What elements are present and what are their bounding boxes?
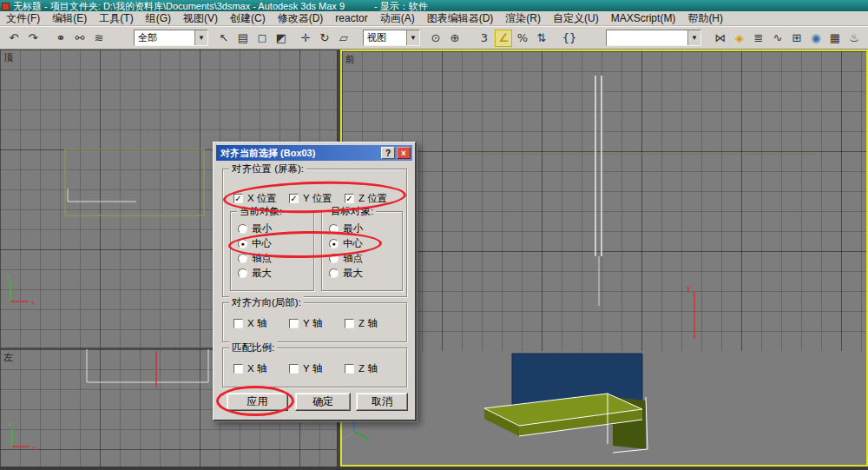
selected-edge[interactable] xyxy=(87,349,208,382)
checkbox-box[interactable] xyxy=(233,319,243,328)
checkbox-box[interactable] xyxy=(345,319,354,328)
radio-circle[interactable] xyxy=(329,224,339,234)
quick-render-icon[interactable]: ♨ xyxy=(845,30,863,47)
menu-item-graph-editors[interactable]: 图表编辑器(D) xyxy=(421,11,500,26)
select-object-icon[interactable]: ↖ xyxy=(215,30,233,47)
checkbox-box[interactable] xyxy=(233,364,243,374)
select-by-name-icon[interactable]: ▤ xyxy=(234,30,252,47)
angle-snap-icon[interactable]: ∠ xyxy=(495,30,512,47)
rect-selection-icon[interactable]: ◻ xyxy=(253,30,271,47)
menu-item-maxscript[interactable]: MAXScript(M) xyxy=(605,12,682,24)
select-link-icon[interactable]: ⚭ xyxy=(52,30,69,47)
checkbox-box[interactable]: ✓ xyxy=(345,194,354,203)
orientation-y-axis-checkbox[interactable]: Y 轴 xyxy=(289,317,322,330)
z-position-checkbox[interactable]: ✓ Z 位置 xyxy=(345,192,387,205)
target-center-radio[interactable]: ● 中心 xyxy=(329,237,363,250)
spinner-snap-icon[interactable]: ⇅ xyxy=(533,30,550,47)
chevron-down-icon[interactable]: ▼ xyxy=(194,30,207,45)
dialog-help-button[interactable]: ? xyxy=(381,147,395,159)
target-pivot-radio[interactable]: 轴点 xyxy=(329,252,363,265)
orientation-z-axis-checkbox[interactable]: Z 轴 xyxy=(345,317,378,330)
align-icon[interactable]: ◈ xyxy=(731,30,748,47)
schematic-view-icon[interactable]: ⊞ xyxy=(788,30,806,47)
layer-manager-icon[interactable]: ≣ xyxy=(750,30,767,47)
current-pivot-radio[interactable]: 轴点 xyxy=(238,252,272,265)
target-maximum-radio[interactable]: 最大 xyxy=(329,267,363,280)
redo-icon[interactable]: ↷ xyxy=(24,30,42,47)
radio-circle[interactable] xyxy=(329,268,339,278)
select-manipulate-icon[interactable]: ⊕ xyxy=(446,30,464,47)
scale-y-axis-checkbox[interactable]: Y 轴 xyxy=(289,362,322,375)
selected-edge[interactable] xyxy=(68,189,136,202)
current-center-radio[interactable]: ● 中心 xyxy=(238,237,272,250)
menu-item-file[interactable]: 文件(F) xyxy=(0,11,46,26)
dialog-titlebar[interactable]: 对齐当前选择 (Box03) ? × xyxy=(216,145,412,161)
scene-model[interactable] xyxy=(484,354,646,449)
current-object-group-label: 当前对象: xyxy=(237,205,285,218)
render-setup-icon[interactable]: ▦ xyxy=(826,30,844,47)
radio-circle[interactable]: ● xyxy=(238,239,247,248)
radio-circle[interactable]: ● xyxy=(329,239,339,248)
checkbox-box[interactable] xyxy=(289,364,299,374)
scale-x-axis-checkbox[interactable]: X 轴 xyxy=(233,362,266,375)
edit-named-sets-icon[interactable]: {} xyxy=(561,30,578,47)
viewport-front[interactable]: 前 Y xyxy=(340,50,868,467)
y-position-checkbox[interactable]: ✓ Y 位置 xyxy=(289,192,332,205)
menu-item-edit[interactable]: 编辑(E) xyxy=(46,11,93,26)
radio-label: 中心 xyxy=(252,237,272,250)
curve-editor-icon[interactable]: ∿ xyxy=(769,30,786,47)
unlink-selection-icon[interactable]: ⚯ xyxy=(71,30,89,47)
dialog-close-button[interactable]: × xyxy=(397,147,411,159)
apply-button[interactable]: 应用 xyxy=(227,393,288,411)
window-crossing-icon[interactable]: ◩ xyxy=(273,30,290,47)
current-minimum-radio[interactable]: 最小 xyxy=(238,222,272,235)
display-driver-label: - 显示：软件 xyxy=(374,1,428,11)
chevron-down-icon[interactable]: ▼ xyxy=(406,30,419,45)
menu-item-views[interactable]: 视图(V) xyxy=(177,11,224,26)
material-editor-icon[interactable]: ◉ xyxy=(807,30,825,47)
radio-circle[interactable] xyxy=(238,224,247,234)
checkbox-box[interactable] xyxy=(289,319,299,328)
box-outline[interactable] xyxy=(65,149,204,215)
radio-label: 最小 xyxy=(343,222,363,235)
coord-system-dropdown[interactable]: 视图 ▼ xyxy=(363,30,420,46)
current-maximum-radio[interactable]: 最大 xyxy=(238,267,272,280)
scale-icon[interactable]: ▱ xyxy=(335,30,352,47)
menu-item-customize[interactable]: 自定义(U) xyxy=(547,11,605,26)
checkbox-box[interactable]: ✓ xyxy=(289,194,299,203)
checkbox-box[interactable]: ✓ xyxy=(233,194,243,203)
menu-item-modifiers[interactable]: 修改器(D) xyxy=(272,11,330,26)
named-sets-dropdown[interactable]: ▼ xyxy=(606,30,701,46)
viewport-front-label: 前 xyxy=(345,53,355,66)
move-icon[interactable]: ✛ xyxy=(297,30,314,47)
radio-circle[interactable] xyxy=(238,268,247,278)
checkbox-box[interactable] xyxy=(345,364,354,374)
selection-filter-dropdown[interactable]: 全部 ▼ xyxy=(134,30,208,46)
bind-spacewarp-icon[interactable]: ≋ xyxy=(90,30,108,47)
dialog-title: 对齐当前选择 (Box03) xyxy=(220,147,315,160)
target-minimum-radio[interactable]: 最小 xyxy=(329,222,363,235)
scale-z-axis-checkbox[interactable]: Z 轴 xyxy=(345,362,378,375)
radio-circle[interactable] xyxy=(329,254,339,263)
percent-snap-icon[interactable]: % xyxy=(514,30,531,47)
window-titlebar[interactable]: 无标题 - 项目文件夹: D:\我的资料库\Documents\3dsmax -… xyxy=(0,0,868,11)
menu-item-tools[interactable]: 工具(T) xyxy=(93,11,139,26)
orientation-x-axis-checkbox[interactable]: X 轴 xyxy=(233,317,266,330)
mirror-icon[interactable]: ⋈ xyxy=(712,30,729,47)
snap-3d-icon[interactable]: 3 xyxy=(476,30,493,47)
menu-item-rendering[interactable]: 渲染(R) xyxy=(499,11,547,26)
radio-circle[interactable] xyxy=(238,254,247,263)
menu-item-group[interactable]: 组(G) xyxy=(140,11,177,26)
x-position-checkbox[interactable]: ✓ X 位置 xyxy=(233,192,277,205)
cancel-button[interactable]: 取消 xyxy=(356,393,408,411)
menu-item-reactor[interactable]: reactor xyxy=(329,12,373,24)
chevron-down-icon[interactable]: ▼ xyxy=(687,30,700,45)
rotate-icon[interactable]: ↻ xyxy=(316,30,333,47)
menu-item-create[interactable]: 创建(C) xyxy=(224,11,272,26)
undo-icon[interactable]: ↶ xyxy=(5,30,23,47)
gizmo-y-label: Y xyxy=(686,285,692,295)
menu-item-help[interactable]: 帮助(H) xyxy=(681,11,729,26)
ok-button[interactable]: 确定 xyxy=(295,393,351,411)
menu-item-animation[interactable]: 动画(A) xyxy=(374,11,421,26)
use-center-icon[interactable]: ⊙ xyxy=(427,30,444,47)
